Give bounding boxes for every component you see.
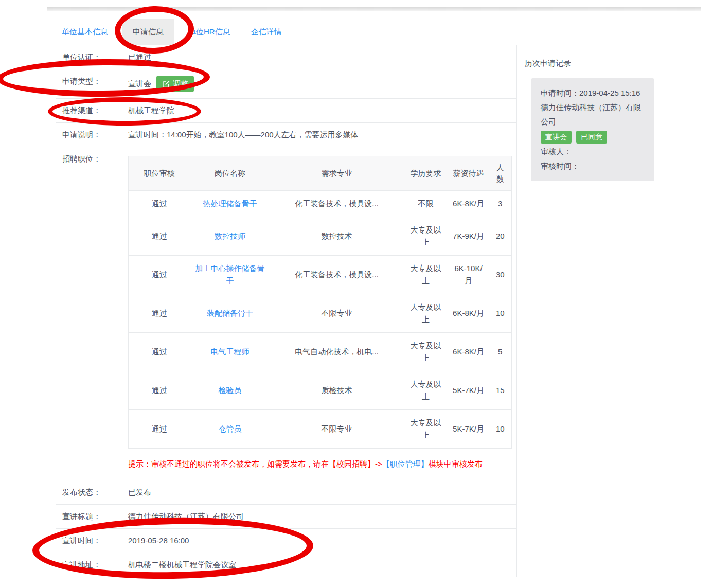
job-degree: 大专及以上 [404,371,448,410]
job-title-link[interactable]: 装配储备骨干 [190,294,270,333]
audit-status: 通过 [129,333,190,371]
job-major: 化工装备技术，模具设... [270,191,404,217]
row-apply-description: 申请说明： 宣讲时间：14:00开始，教室100人——200人左右，需要运用多媒… [56,122,516,147]
job-salary: 6K-8K/月 [448,333,489,371]
top-divider [47,7,701,11]
hint-text: 提示：审核不通过的职位将不会被发布，如需要发布，请在【校园招聘】-> [128,459,382,468]
adjust-button[interactable]: 调整 [156,76,194,92]
job-major: 不限专业 [270,410,404,449]
row-apply-type: 申请类型： 宣讲会 调整 [56,69,516,98]
job-major: 质检技术 [270,371,404,410]
apply-description-value: 宣讲时间：14:00开始，教室100人——200人左右，需要运用多媒体 [128,129,516,140]
audit-status: 通过 [129,191,190,217]
job-salary: 5K-7K/月 [448,410,489,449]
row-recommend-channel: 推荐渠道： 机械工程学院 [56,98,516,122]
tab-unit-hr-info[interactable]: 单位HR信息 [182,19,237,45]
position-row: 通过检验员质检技术大专及以上5K-7K/月15 [129,371,512,410]
history-audit-time: 审核时间： [541,159,645,173]
row-label: 发布状态： [56,487,128,498]
job-degree: 大专及以上 [404,333,448,371]
audit-status: 通过 [129,217,190,256]
job-title-link[interactable]: 热处理储备骨干 [190,191,270,217]
adjust-button-label: 调整 [173,79,188,88]
job-major: 不限专业 [270,294,404,333]
job-salary: 7K-9K/月 [448,217,489,256]
row-label: 招聘职位： [56,153,128,474]
col-audit-header: 职位审核 [129,156,190,191]
apply-type-value-wrap: 宣讲会 调整 [128,76,516,92]
tab-unit-basic-info[interactable]: 单位基本信息 [56,19,114,45]
job-count: 10 [489,294,512,333]
job-count: 30 [489,256,512,294]
publish-status-value: 已发布 [128,487,516,498]
position-row: 通过装配储备骨干不限专业大专及以上6K-8K/月10 [129,294,512,333]
badge-presentation-type: 宣讲会 [541,131,572,144]
history-card: 申请时间：2019-04-25 15:16 德力佳传动科技（江苏）有限公司 宣讲… [531,78,654,181]
presentation-address-value: 机电楼二楼机械工程学院会议室 [128,559,516,571]
history-sidebar: 历次申请记录 申请时间：2019-04-25 15:16 德力佳传动科技（江苏）… [524,58,662,181]
history-badges: 宣讲会 已同意 [541,131,645,144]
page: 单位基本信息 申请信息 单位HR信息 企信详情 单位认证： 已通过 申请类型： … [0,0,713,588]
job-major: 数控技术 [270,217,404,256]
audit-status: 通过 [129,294,190,333]
job-count: 3 [489,191,512,217]
application-detail-panel: 单位认证： 已通过 申请类型： 宣讲会 调整 推荐渠道： [56,45,517,577]
position-row: 通过仓管员不限专业大专及以上5K-7K/月10 [129,410,512,449]
presentation-title-value: 德力佳传动科技（江苏）有限公司 [128,511,516,522]
job-title-link[interactable]: 仓管员 [190,410,270,449]
positions-table-header: 职位审核 岗位名称 需求专业 学历要求 薪资待遇 人数 [129,156,512,191]
job-salary: 5K-7K/月 [448,371,489,410]
job-degree: 大专及以上 [404,294,448,333]
row-label: 推荐渠道： [56,105,128,116]
tab-bar: 单位基本信息 申请信息 单位HR信息 企信详情 [56,19,517,45]
row-publish-status: 发布状态： 已发布 [56,480,516,504]
unit-auth-value: 已通过 [128,51,516,63]
col-jobname-header: 岗位名称 [190,156,270,191]
job-count: 15 [489,371,512,410]
position-row: 通过热处理储备骨干化工装备技术，模具设...不限6K-8K/月3 [129,191,512,217]
history-company: 德力佳传动科技（江苏）有限公司 [541,100,645,129]
edit-icon [162,80,170,88]
positions-value: 职位审核 岗位名称 需求专业 学历要求 薪资待遇 人数 通过热处理储备骨干化工装… [128,153,516,474]
job-salary: 6K-8K/月 [448,191,489,217]
audit-status: 通过 [129,256,190,294]
job-major: 化工装备技术，模具设... [270,256,404,294]
tab-application-info[interactable]: 申请信息 [122,19,174,45]
job-count: 20 [489,217,512,256]
tab-qixin-detail[interactable]: 企信详情 [245,19,288,45]
badge-approved-status: 已同意 [576,131,607,144]
history-auditor: 审核人： [541,145,645,159]
job-degree: 不限 [404,191,448,217]
row-label: 申请类型： [56,76,128,92]
presentation-time-value: 2019-05-28 16:00 [128,535,516,546]
audit-hint: 提示：审核不通过的职位将不会被发布，如需要发布，请在【校园招聘】->【职位管理】… [128,457,511,471]
job-title-link[interactable]: 检验员 [190,371,270,410]
job-title-link[interactable]: 加工中心操作储备骨干 [190,256,270,294]
job-count: 10 [489,410,512,449]
job-degree: 大专及以上 [404,410,448,449]
job-salary: 6K-8K/月 [448,294,489,333]
position-row: 通过电气工程师电气自动化技术，机电...大专及以上6K-8K/月5 [129,333,512,371]
job-count: 5 [489,333,512,371]
recommend-channel-value: 机械工程学院 [128,105,516,116]
row-label: 申请说明： [56,129,128,140]
job-title-link[interactable]: 数控技师 [190,217,270,256]
audit-status: 通过 [129,410,190,449]
position-row: 通过加工中心操作储备骨干化工装备技术，模具设...大专及以上6K-10K/月30 [129,256,512,294]
row-label: 宣讲时间： [56,535,128,546]
history-title: 历次申请记录 [525,58,662,69]
row-positions: 招聘职位： 职位审核 岗位名称 需求专业 学历要求 薪资待遇 [56,147,516,480]
job-title-link[interactable]: 电气工程师 [190,333,270,371]
job-degree: 大专及以上 [404,256,448,294]
row-label: 宣讲地址： [56,559,128,571]
apply-type-value: 宣讲会 [128,78,151,90]
row-presentation-title: 宣讲标题： 德力佳传动科技（江苏）有限公司 [56,504,516,528]
job-major: 电气自动化技术，机电... [270,333,404,371]
col-major-header: 需求专业 [270,156,404,191]
col-degree-header: 学历要求 [404,156,448,191]
row-label: 单位认证： [56,51,128,63]
history-apply-time: 申请时间：2019-04-25 15:16 [541,86,645,100]
row-presentation-time: 宣讲时间： 2019-05-28 16:00 [56,528,516,553]
hint-module-ref: 【职位管理】 [382,459,429,468]
audit-status: 通过 [129,371,190,410]
